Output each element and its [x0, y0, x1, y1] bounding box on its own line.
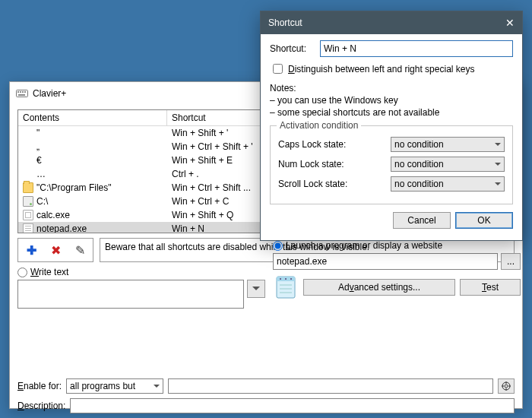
row-contents: C:\ [36, 196, 48, 207]
browse-button[interactable]: ... [501, 253, 521, 270]
distinguish-checkbox[interactable] [273, 64, 283, 74]
distinguish-label[interactable]: Distinguish between left and right speci… [288, 64, 474, 74]
enable-for-label: Enable for: [17, 381, 62, 391]
caps-lock-label: Caps Lock state: [278, 139, 385, 150]
notepad-icon [273, 274, 299, 300]
row-shortcut: Ctrl + . [172, 169, 199, 179]
row-shortcut: Win + Shift + E [172, 155, 233, 166]
write-text-area[interactable] [17, 280, 244, 309]
activation-legend: Activation condition [277, 120, 361, 131]
row-shortcut: Win + N [172, 223, 204, 233]
note-line-2: – some special shortcuts are not availab… [270, 106, 513, 119]
row-icon [23, 169, 33, 179]
caps-lock-combo[interactable]: no condition [391, 137, 505, 152]
dialog-ok-button[interactable]: OK [455, 212, 513, 229]
row-contents: calc.exe [36, 210, 70, 220]
row-actions: ✚ ✖ ✎ [17, 238, 93, 262]
col-contents[interactable]: Contents [18, 110, 167, 126]
svg-rect-4 [24, 91, 26, 93]
window-picker-button[interactable] [498, 378, 515, 394]
scroll-lock-label: Scroll Lock state: [278, 179, 385, 189]
shortcut-field-label: Shortcut: [270, 43, 314, 54]
svg-rect-3 [22, 91, 24, 93]
num-lock-label: Num Lock state: [278, 159, 385, 169]
program-path-input[interactable] [273, 253, 498, 270]
delete-button[interactable]: ✖ [47, 242, 64, 258]
row-contents: "C:\Program Files" [36, 182, 112, 193]
note-line-1: – you can use the Windows key [270, 94, 513, 106]
write-text-label[interactable]: Write text [30, 267, 68, 277]
svg-rect-2 [20, 91, 21, 93]
row-contents: € [36, 155, 42, 166]
description-label: Description: [17, 401, 65, 411]
launch-label[interactable]: Launch a program or display a website [286, 240, 442, 251]
shortcut-input[interactable] [320, 40, 513, 57]
edit-button[interactable]: ✎ [71, 242, 88, 258]
row-icon [23, 155, 33, 166]
notes-block: Notes: – you can use the Windows key – s… [270, 82, 513, 119]
num-lock-combo[interactable]: no condition [391, 157, 505, 172]
keyboard-icon [16, 87, 28, 100]
row-icon [23, 128, 33, 138]
row-shortcut: Win + Ctrl + Shift + ' [172, 141, 253, 152]
dialog-cancel-button[interactable]: Cancel [393, 212, 451, 229]
write-text-menu[interactable] [247, 280, 265, 298]
svg-point-8 [280, 278, 281, 280]
row-shortcut: Win + Ctrl + Shift ... [172, 182, 251, 193]
close-icon[interactable]: ✕ [505, 17, 515, 29]
test-button[interactable]: Test [460, 279, 521, 296]
svg-point-10 [290, 278, 292, 280]
enable-for-input[interactable] [168, 378, 493, 394]
row-icon [23, 182, 33, 193]
shortcut-dialog: Shortcut ✕ Shortcut: Distinguish between… [260, 11, 523, 241]
row-shortcut: Win + Shift + Q [172, 210, 233, 220]
row-icon [23, 141, 33, 152]
svg-point-15 [505, 385, 508, 388]
svg-rect-1 [17, 91, 19, 93]
row-icon [23, 223, 33, 233]
svg-rect-5 [18, 94, 25, 96]
advanced-settings-button[interactable]: Advanced settings... [303, 279, 455, 296]
row-shortcut: Win + Shift + ' [172, 128, 228, 138]
row-contents: … [36, 169, 46, 179]
launch-radio[interactable] [273, 241, 283, 251]
enable-for-combo[interactable]: all programs but [66, 378, 163, 394]
activation-fieldset: Activation condition Caps Lock state: no… [270, 125, 513, 204]
svg-rect-0 [17, 90, 28, 97]
row-shortcut: Win + Ctrl + C [172, 196, 229, 207]
row-contents: " [36, 128, 40, 138]
row-icon [23, 210, 33, 220]
notes-heading: Notes: [270, 82, 513, 94]
scroll-lock-combo[interactable]: no condition [391, 176, 505, 192]
row-contents: „ [36, 141, 40, 152]
description-input[interactable] [70, 398, 515, 413]
row-icon [23, 196, 33, 207]
main-title: Clavier+ [33, 88, 66, 99]
add-button[interactable]: ✚ [23, 242, 40, 258]
dialog-title: Shortcut [268, 17, 302, 28]
write-text-radio[interactable] [17, 268, 27, 277]
row-contents: notepad.exe [36, 223, 87, 233]
svg-point-9 [285, 278, 287, 280]
dialog-titlebar[interactable]: Shortcut ✕ [261, 11, 522, 34]
